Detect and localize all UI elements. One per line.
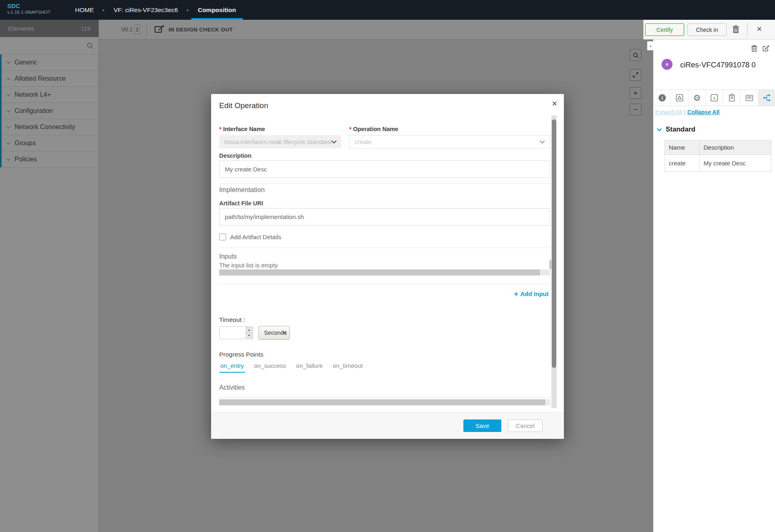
activities-heading: Activities	[219, 384, 550, 392]
required-asterisk: *	[349, 126, 352, 132]
expand-all-link[interactable]: Expand All	[655, 109, 682, 115]
interface-name-value: tosca.interfaces.node.lifecycle.Standard	[224, 138, 331, 145]
avatar: R	[662, 59, 672, 70]
plus-icon: +	[514, 290, 518, 298]
tab-on-failure[interactable]: on_failure	[295, 362, 324, 373]
breadcrumb-separator-icon: ▸	[101, 0, 107, 20]
component-title: ciRes-VFC47991078 0	[680, 61, 756, 69]
timeout-label: Timeout :	[219, 316, 550, 324]
gear-icon[interactable]: ⚙	[689, 90, 706, 106]
timeout-input[interactable]	[220, 327, 245, 339]
scrollbar-thumb[interactable]	[219, 399, 545, 405]
operation-name-value: create	[355, 138, 372, 145]
scrollbar-thumb[interactable]	[219, 269, 540, 275]
inputs-heading: Inputs	[219, 253, 550, 261]
artifact-file-uri-input[interactable]	[219, 208, 550, 225]
interface-name-label: *Interface Name	[219, 126, 341, 134]
logo-version: v.1.16.1-SNAPSHOT	[7, 9, 69, 15]
tab-on-success[interactable]: on_success	[253, 362, 287, 373]
chevron-down-icon	[331, 140, 337, 144]
panel-collapse-handle[interactable]: ›	[647, 41, 654, 50]
column-header-description: Description	[700, 140, 771, 155]
add-input-row: +Add Input	[219, 290, 550, 299]
modal-body: *Interface Name tosca.interfaces.node.li…	[211, 114, 564, 412]
name-fields-row: *Interface Name tosca.interfaces.node.li…	[219, 126, 550, 148]
workflow-icon[interactable]	[758, 90, 775, 106]
chevron-down-icon	[657, 128, 662, 131]
clipboard-icon[interactable]	[723, 90, 741, 106]
divider	[219, 397, 550, 398]
add-input-button[interactable]: +Add Input	[514, 290, 549, 297]
tab-on-timeout[interactable]: on_timeout	[331, 362, 364, 373]
add-artifact-details-label: Add Artifact Details	[230, 234, 281, 240]
breadcrumb-composition[interactable]: Composition	[191, 0, 243, 20]
cell-operation-description: My create Desc	[700, 155, 771, 172]
cell-operation-name: create	[665, 155, 700, 172]
timeout-row: Seconds	[219, 325, 550, 340]
inputs-horizontal-scrollbar[interactable]	[219, 269, 550, 275]
modal-footer: Save Cancel	[211, 412, 564, 439]
stepper-up-icon[interactable]	[246, 327, 252, 333]
divider	[219, 183, 550, 184]
stepper-down-icon[interactable]	[246, 333, 252, 339]
toolbar-actions: Certify Check in ✕	[643, 20, 775, 40]
info-icon[interactable]: i	[654, 90, 671, 106]
table-header-row: Name Description	[665, 140, 771, 155]
modal-header: Edit Operation ✕	[211, 94, 564, 114]
breadcrumb-vf[interactable]: VF: ciRes-VF23ec3ec6	[107, 0, 184, 20]
save-button[interactable]: Save	[463, 419, 501, 432]
top-nav: SDC v.1.16.1-SNAPSHOT HOME ▸ VF: ciRes-V…	[0, 0, 775, 20]
chevron-down-icon	[282, 331, 287, 334]
modal-title: Edit Operation	[219, 101, 268, 110]
chevron-down-icon	[540, 140, 545, 144]
description-label: Description	[219, 152, 550, 161]
close-composition-icon[interactable]: ✕	[756, 25, 762, 33]
collapse-all-link[interactable]: Collapse All	[687, 109, 720, 115]
breadcrumb: HOME ▸ VF: ciRes-VF23ec3ec6 ▸ Compositio…	[69, 0, 243, 20]
scrollbar-thumb[interactable]	[552, 119, 556, 368]
edit-icon[interactable]	[762, 45, 769, 52]
info-square-icon[interactable]: i	[706, 90, 723, 106]
timeout-input-wrap	[219, 326, 253, 339]
standard-section-header[interactable]: Standard	[657, 125, 695, 134]
add-artifact-details-checkbox-row[interactable]: Add Artifact Details	[219, 233, 550, 241]
modal-overlay-top	[0, 20, 643, 40]
checkbox-unchecked-icon[interactable]	[219, 234, 226, 240]
actions-divider	[747, 23, 748, 36]
divider	[219, 284, 550, 284]
trash-icon[interactable]	[751, 45, 758, 52]
delete-icon[interactable]	[731, 25, 740, 34]
required-asterisk: *	[219, 126, 222, 132]
links-separator: |	[684, 109, 685, 115]
artifact-file-uri-label: Artifact File URI	[219, 200, 550, 208]
interface-name-field: *Interface Name tosca.interfaces.node.li…	[219, 126, 341, 148]
breadcrumb-home[interactable]: HOME	[69, 0, 101, 20]
description-input[interactable]	[219, 161, 550, 178]
divider	[219, 248, 550, 248]
interface-name-select[interactable]: tosca.interfaces.node.lifecycle.Standard	[219, 135, 341, 148]
table-row[interactable]: create My create Desc	[665, 155, 771, 172]
chevron-right-icon: ›	[650, 43, 651, 49]
edit-operation-modal: Edit Operation ✕ *Interface Name tosca.i…	[211, 94, 564, 439]
certificate-icon[interactable]	[671, 90, 688, 106]
timeout-unit-select[interactable]: Seconds	[258, 326, 290, 340]
logo-title: SDC	[7, 2, 69, 9]
panel-tabs: i ⚙ i	[654, 90, 775, 106]
operations-table: Name Description create My create Desc	[664, 140, 771, 172]
operation-name-select[interactable]: create	[349, 135, 550, 148]
checkin-button[interactable]: Check in	[687, 23, 727, 36]
activities-horizontal-scrollbar[interactable]	[219, 399, 550, 405]
close-icon[interactable]: ✕	[552, 100, 557, 108]
panel-header-actions	[751, 45, 769, 52]
breadcrumb-separator-icon: ▸	[184, 0, 191, 20]
tab-on-entry[interactable]: on_entry	[219, 362, 245, 373]
cancel-button[interactable]: Cancel	[508, 419, 542, 432]
operation-name-field: *Operation Name create	[349, 126, 550, 148]
certify-button[interactable]: Certify	[645, 23, 684, 36]
inputs-empty-text: The input list is empty	[219, 262, 550, 269]
progress-points-heading: Progress Points	[219, 351, 550, 359]
archive-icon[interactable]	[741, 90, 758, 106]
number-stepper	[246, 327, 252, 338]
modal-vertical-scrollbar[interactable]	[551, 115, 557, 408]
operation-name-label: *Operation Name	[349, 126, 550, 134]
